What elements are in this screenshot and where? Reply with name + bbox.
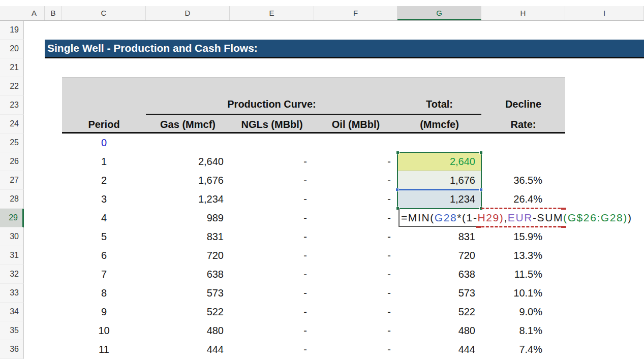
cell-C32[interactable]: 7 — [62, 265, 146, 284]
row-header-28[interactable]: 28 — [0, 190, 24, 209]
cell-C26[interactable]: 1 — [62, 152, 146, 171]
cell-D25[interactable] — [146, 134, 230, 152]
cell-E26[interactable]: - — [230, 152, 314, 171]
cell-E27[interactable]: - — [230, 171, 314, 190]
cell-H32[interactable]: 11.5% — [481, 265, 565, 284]
cell-C30[interactable]: 5 — [62, 227, 146, 246]
cell-F27[interactable]: - — [314, 171, 397, 190]
cell-F33[interactable]: - — [314, 284, 397, 303]
cell-H30[interactable]: 15.9% — [481, 227, 565, 246]
cell-D30[interactable]: 831 — [146, 227, 230, 246]
column-header-C[interactable]: C — [62, 6, 146, 20]
row-header-31[interactable]: 31 — [0, 246, 24, 265]
row-header-24[interactable]: 24 — [0, 115, 24, 134]
cell-E30[interactable]: - — [230, 227, 314, 246]
cell-C25[interactable]: 0 — [62, 134, 146, 152]
cell-E29[interactable]: - — [230, 209, 314, 227]
cell-G31[interactable]: 720 — [397, 246, 481, 265]
cell-H36[interactable]: 7.4% — [481, 340, 565, 359]
column-header-I[interactable]: I — [565, 6, 644, 20]
cell-D35[interactable]: 480 — [146, 321, 230, 340]
cell-H35[interactable]: 8.1% — [481, 321, 565, 340]
cell-E31[interactable]: - — [230, 246, 314, 265]
cell-H26[interactable] — [481, 152, 565, 171]
column-header-H[interactable]: H — [481, 6, 565, 20]
cell-D32[interactable]: 638 — [146, 265, 230, 284]
row-header-34[interactable]: 34 — [0, 303, 24, 321]
cell-F29[interactable]: - — [314, 209, 397, 227]
cell-C29[interactable]: 4 — [62, 209, 146, 227]
column-header-F[interactable]: F — [314, 6, 397, 20]
cell-E35[interactable]: - — [230, 321, 314, 340]
cell-H31[interactable]: 13.3% — [481, 246, 565, 265]
cell-F26[interactable]: - — [314, 152, 397, 171]
cell-C33[interactable]: 8 — [62, 284, 146, 303]
cell-C35[interactable]: 10 — [62, 321, 146, 340]
cell-E34[interactable]: - — [230, 303, 314, 321]
cell-C31[interactable]: 6 — [62, 246, 146, 265]
cell-C34[interactable]: 9 — [62, 303, 146, 321]
cell-D27[interactable]: 1,676 — [146, 171, 230, 190]
cell-C27[interactable]: 2 — [62, 171, 146, 190]
cell-F32[interactable]: - — [314, 265, 397, 284]
cell-G35[interactable]: 480 — [397, 321, 481, 340]
row-header-32[interactable]: 32 — [0, 265, 24, 284]
cell-D28[interactable]: 1,234 — [146, 190, 230, 209]
cell-E36[interactable]: - — [230, 340, 314, 359]
row-header-21[interactable]: 21 — [0, 58, 24, 77]
row-header-29[interactable]: 29 — [0, 209, 24, 227]
cell-D29[interactable]: 989 — [146, 209, 230, 227]
cell-F34[interactable]: - — [314, 303, 397, 321]
formula-editor[interactable]: =MIN(G28*(1-H29),EUR-SUM(G$26:G28)) — [401, 209, 632, 227]
cell-E32[interactable]: - — [230, 265, 314, 284]
column-header-D[interactable]: D — [146, 6, 230, 20]
cell-F30[interactable]: - — [314, 227, 397, 246]
row-header-27[interactable]: 27 — [0, 171, 24, 190]
cell-H34[interactable]: 9.0% — [481, 303, 565, 321]
cell-C36[interactable]: 11 — [62, 340, 146, 359]
cell-H33[interactable]: 10.1% — [481, 284, 565, 303]
cell-E33[interactable]: - — [230, 284, 314, 303]
cell-G28[interactable]: 1,234 — [397, 190, 481, 209]
cell-E28[interactable]: - — [230, 190, 314, 209]
row-header-26[interactable]: 26 — [0, 152, 24, 171]
column-header-G[interactable]: G — [397, 6, 481, 20]
cell-D34[interactable]: 522 — [146, 303, 230, 321]
cell-F28[interactable]: - — [314, 190, 397, 209]
cell-D31[interactable]: 720 — [146, 246, 230, 265]
cell-G27[interactable]: 1,676 — [397, 171, 481, 190]
cell-G26[interactable]: 2,640 — [397, 152, 481, 171]
column-header-E[interactable]: E — [230, 6, 314, 20]
row-header-19[interactable]: 19 — [0, 21, 24, 40]
row-header-20[interactable]: 20 — [0, 40, 24, 58]
cell-G36[interactable]: 444 — [397, 340, 481, 359]
row-header-36[interactable]: 36 — [0, 340, 24, 359]
cell-C28[interactable]: 3 — [62, 190, 146, 209]
column-header-A[interactable]: A — [24, 6, 45, 20]
cell-D36[interactable]: 444 — [146, 340, 230, 359]
row-header-22[interactable]: 22 — [0, 77, 24, 96]
cell-G30[interactable]: 831 — [397, 227, 481, 246]
row-header-35[interactable]: 35 — [0, 321, 24, 340]
section-title-banner[interactable]: Single Well - Production and Cash Flows: — [45, 40, 644, 58]
column-header-B[interactable]: B — [45, 6, 62, 20]
cell-H25[interactable] — [481, 134, 565, 152]
cell-F31[interactable]: - — [314, 246, 397, 265]
cell-D26[interactable]: 2,640 — [146, 152, 230, 171]
row-header-33[interactable]: 33 — [0, 284, 24, 303]
spreadsheet-window: ABCDEFGHI 192021222324252627282930313233… — [0, 0, 644, 363]
cell-H28[interactable]: 26.4% — [481, 190, 565, 209]
cell-G32[interactable]: 638 — [397, 265, 481, 284]
cell-E25[interactable] — [230, 134, 314, 152]
cell-F25[interactable] — [314, 134, 397, 152]
cell-H27[interactable]: 36.5% — [481, 171, 565, 190]
row-header-25[interactable]: 25 — [0, 134, 24, 152]
cell-G33[interactable]: 573 — [397, 284, 481, 303]
cell-F35[interactable]: - — [314, 321, 397, 340]
cell-F36[interactable]: - — [314, 340, 397, 359]
row-header-23[interactable]: 23 — [0, 96, 24, 115]
cell-D33[interactable]: 573 — [146, 284, 230, 303]
cell-G25[interactable] — [397, 134, 481, 152]
cell-G34[interactable]: 522 — [397, 303, 481, 321]
row-header-30[interactable]: 30 — [0, 227, 24, 246]
